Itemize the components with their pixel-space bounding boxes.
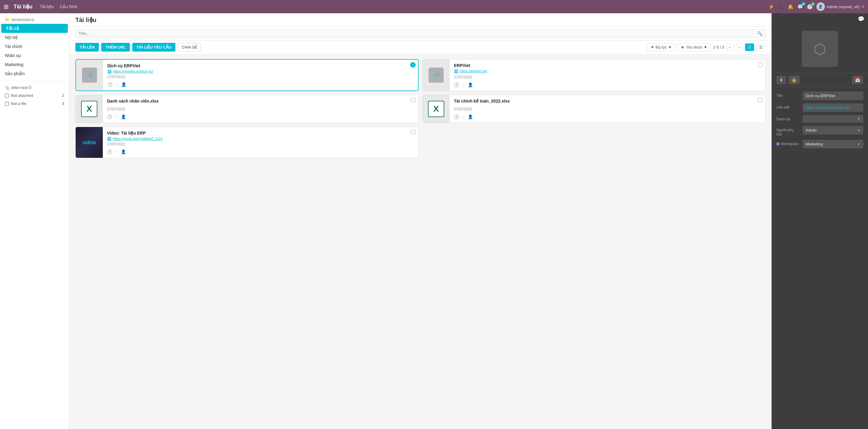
clock-icon-2[interactable]: 🕐 bbox=[454, 82, 459, 87]
phone-icon[interactable]: 📞 bbox=[778, 4, 784, 10]
filter-dropdown[interactable]: ▼ Bộ lọc ▼ bbox=[647, 43, 675, 51]
attach-section-icon: 📎 bbox=[5, 86, 10, 90]
field-dropdown-contact[interactable]: ▼ bbox=[803, 115, 863, 122]
doc-thumb-2: 🔗 bbox=[423, 59, 450, 91]
odoo-logo: odoo bbox=[83, 139, 96, 146]
doc-check-4[interactable] bbox=[757, 97, 763, 103]
panel-chat-icon[interactable]: 💬 bbox=[858, 16, 864, 22]
activity-icon[interactable]: 🕐 2 bbox=[807, 4, 813, 10]
doc-name-5: Video: Tài liệu ERP bbox=[107, 131, 414, 136]
video-preview-5: odoo bbox=[76, 127, 103, 158]
star-icon-4[interactable]: ☆ bbox=[461, 114, 465, 119]
field-dropdown-owner[interactable]: Admin ▼ bbox=[803, 126, 863, 134]
app-title: Tài liệu bbox=[13, 3, 33, 10]
share-button[interactable]: CHIA SẺ bbox=[178, 43, 201, 52]
video-thumb-5: odoo bbox=[76, 127, 103, 158]
field-row-owner: Người phụ trác Admin ▼ bbox=[776, 126, 863, 136]
star-icon-3[interactable]: ☆ bbox=[115, 114, 119, 119]
right-panel-actions: ⬇ 🔒 📅 bbox=[772, 73, 868, 87]
sidebar-item-products[interactable]: Sản phẩm bbox=[0, 69, 69, 78]
field-value-link[interactable]: https://erpviet.vn/dich-vu/ bbox=[803, 104, 863, 112]
filter-arrow: ▼ bbox=[668, 45, 672, 50]
clock-icon-3[interactable]: 🕐 bbox=[107, 114, 112, 119]
workspace-dropdown-arrow: ▼ bbox=[857, 142, 861, 146]
content-area: Tài liệu 🔍 TẢI LÊN THÊM URL TÀI LIỆU YÊU… bbox=[69, 13, 772, 429]
search-input[interactable] bbox=[79, 31, 757, 36]
doc-link-2: 🌐 https://erpviet.vn/ bbox=[454, 69, 761, 73]
prev-page-button[interactable]: ‹ bbox=[727, 44, 733, 51]
workspace-folder-dot bbox=[776, 142, 779, 145]
user-icon-5[interactable]: 👤 bbox=[121, 149, 126, 154]
doc-date-2: 27/07/2022 bbox=[454, 75, 761, 79]
pagination-info: 1-5 / 5 bbox=[713, 45, 724, 50]
user-icon-3[interactable]: 👤 bbox=[121, 114, 126, 119]
star-icon-5[interactable]: ☆ bbox=[115, 149, 119, 154]
doc-info-5: Video: Tài liệu ERP 🌐 https://youtu.be/A… bbox=[103, 127, 418, 158]
doc-check-5[interactable] bbox=[410, 130, 416, 135]
page-header: Tài liệu bbox=[69, 13, 772, 27]
right-panel: 💬 ⬡ ⬇ 🔒 📅 Tên Dịch vụ ERPViet Liên kết h… bbox=[772, 13, 868, 429]
doc-check-2[interactable] bbox=[757, 62, 763, 67]
search-bar: 🔍 bbox=[69, 27, 772, 40]
doc-thumb-1: 🔗 bbox=[76, 60, 103, 90]
apps-grid-icon[interactable]: ⊞ bbox=[4, 3, 9, 10]
field-dropdown-workspace[interactable]: Marketing ▼ bbox=[803, 140, 863, 148]
doc-info-2: ERPViet 🌐 https://erpviet.vn/ 27/07/2022… bbox=[450, 59, 765, 91]
add-url-button[interactable]: THÊM URL bbox=[101, 43, 130, 52]
attachment-item-not-file[interactable]: Not a file 3 bbox=[0, 99, 69, 108]
search-icon: 🔍 bbox=[757, 31, 762, 36]
sidebar-item-all[interactable]: Tất cả bbox=[1, 24, 68, 33]
doc-link-1: 🌐 https://erpviet.vn/dich-vu/ bbox=[107, 69, 414, 74]
right-panel-preview: ⬡ bbox=[772, 25, 868, 73]
grid-view-button[interactable]: ☷ bbox=[745, 44, 754, 51]
nav-item-config[interactable]: Cấu hình bbox=[60, 4, 77, 9]
doc-date-3: 27/07/2022 bbox=[107, 107, 414, 111]
bell-icon[interactable]: 🔔 bbox=[787, 4, 794, 10]
field-row-name: Tên Dịch vụ ERPViet bbox=[776, 92, 863, 100]
download-button[interactable]: ⬇ bbox=[776, 76, 786, 84]
user-avatar[interactable]: 👤 Admin (erpviet_v6) ▼ bbox=[816, 2, 864, 11]
user-icon-4[interactable]: 👤 bbox=[468, 114, 473, 119]
request-button[interactable]: TÀI LIỆU YÊU CẦU bbox=[132, 43, 176, 52]
favorite-dropdown[interactable]: ★ Yêu thích ▼ bbox=[678, 43, 711, 51]
field-label-name: Tên bbox=[776, 92, 801, 98]
doc-card-5[interactable]: odoo Video: Tài liệu ERP 🌐 https://youtu… bbox=[75, 127, 418, 158]
doc-card-1[interactable]: 🔗 Dịch vụ ERPViet 🌐 https://erpviet.vn/d… bbox=[75, 59, 418, 91]
link-icon-1: 🔗 bbox=[82, 67, 97, 83]
doc-card-2[interactable]: 🔗 ERPViet 🌐 https://erpviet.vn/ 27/07/20… bbox=[422, 59, 766, 91]
sidebar-item-internal[interactable]: Nội bộ bbox=[0, 33, 69, 42]
right-panel-top: 💬 bbox=[772, 13, 868, 25]
doc-check-3[interactable] bbox=[410, 97, 416, 103]
clock-icon-4[interactable]: 🕐 bbox=[454, 114, 459, 119]
contact-dropdown-arrow: ▼ bbox=[857, 117, 861, 121]
clock-icon-5[interactable]: 🕐 bbox=[107, 149, 112, 154]
sidebar-item-finance[interactable]: Tài chính bbox=[0, 42, 69, 51]
upload-button[interactable]: TẢI LÊN bbox=[75, 43, 99, 52]
list-view-button[interactable]: ☰ bbox=[756, 44, 766, 51]
star-icon-2[interactable]: ☆ bbox=[461, 82, 465, 87]
chat-icon[interactable]: 💬 4 bbox=[797, 4, 803, 10]
toolbar: TẢI LÊN THÊM URL TÀI LIỆU YÊU CẦU CHIA S… bbox=[69, 40, 772, 54]
lightning-icon[interactable]: ⚡ bbox=[768, 4, 774, 10]
calendar-button[interactable]: 📅 bbox=[852, 76, 863, 84]
next-page-button[interactable]: › bbox=[736, 44, 743, 51]
attached-section-title: 📎 ĐÍNH KÈM Ở bbox=[0, 83, 69, 91]
doc-check-1[interactable]: ✓ bbox=[410, 62, 415, 67]
user-icon-2[interactable]: 👤 bbox=[468, 82, 473, 87]
sidebar-item-marketing[interactable]: Marketing bbox=[0, 60, 69, 69]
attachment-item-not-attached[interactable]: Not attached 2 bbox=[0, 91, 69, 99]
field-label-workspace: Workspace bbox=[776, 140, 801, 146]
nav-item-documents[interactable]: Tài liệu bbox=[40, 4, 54, 9]
star-icon-1[interactable]: ☆ bbox=[115, 82, 119, 87]
filter-icon: ▼ bbox=[650, 45, 654, 50]
field-label-contact: Danh bạ bbox=[776, 115, 801, 121]
field-value-name[interactable]: Dịch vụ ERPViet bbox=[803, 92, 863, 100]
doc-card-4[interactable]: X Tài chính kế toán_2022.xlsx 27/07/2022… bbox=[422, 95, 766, 123]
sidebar-divider bbox=[0, 81, 69, 81]
lock-button[interactable]: 🔒 bbox=[788, 76, 800, 84]
sidebar-item-hr[interactable]: Nhân sự bbox=[0, 51, 69, 60]
user-icon-1[interactable]: 👤 bbox=[121, 82, 126, 87]
field-row-link: Liên kết https://erpviet.vn/dich-vu/ bbox=[776, 104, 863, 112]
clock-icon-1[interactable]: 🕐 bbox=[107, 82, 113, 87]
doc-card-3[interactable]: X Danh sách nhân viên.xlsx 27/07/2022 🕐 … bbox=[75, 95, 418, 123]
